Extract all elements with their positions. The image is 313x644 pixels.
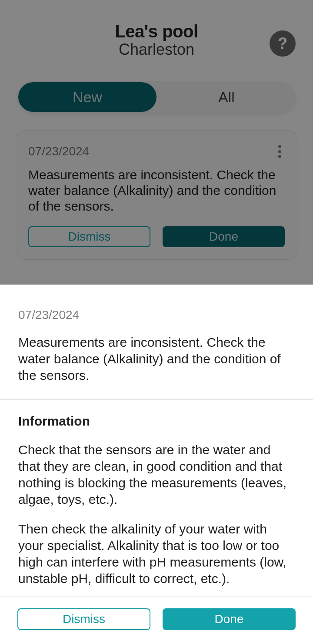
- sheet-date: 07/23/2024: [18, 308, 295, 322]
- notification-detail-sheet: 07/23/2024 Measurements are inconsistent…: [0, 285, 313, 644]
- information-paragraph: Check that the sensors are in the water …: [18, 442, 295, 508]
- sheet-message: Measurements are inconsistent. Check the…: [18, 334, 295, 384]
- sheet-dismiss-button[interactable]: Dismiss: [17, 608, 150, 630]
- sheet-footer: Dismiss Done: [0, 597, 313, 644]
- information-paragraph: Then check the alkalinity of your water …: [18, 521, 295, 587]
- sheet-done-button[interactable]: Done: [163, 608, 296, 630]
- divider: [0, 399, 313, 400]
- information-body: Check that the sensors are in the water …: [18, 442, 295, 587]
- information-heading: Information: [18, 414, 295, 429]
